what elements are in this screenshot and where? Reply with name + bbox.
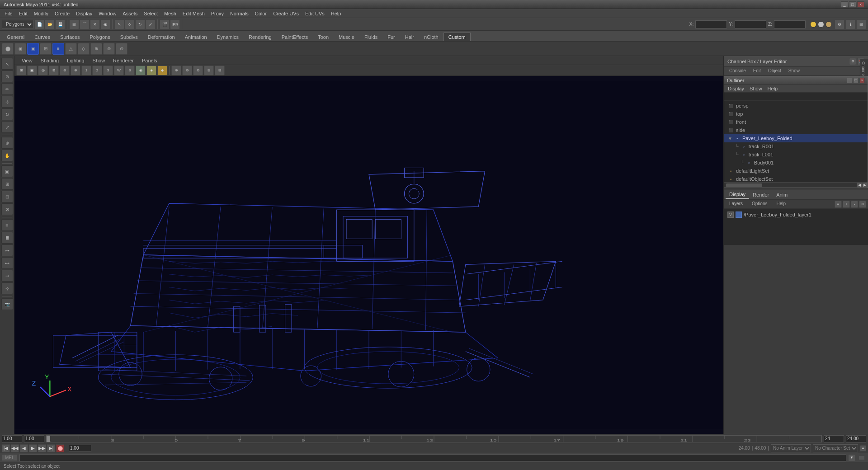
outliner-item-persp[interactable]: ⬛ persp — [724, 102, 868, 110]
cb-render-tab[interactable]: Render — [749, 191, 773, 198]
menu-proxy[interactable]: Proxy — [208, 10, 226, 17]
shelf-icon-8[interactable]: ⊕ — [90, 43, 102, 55]
cb-tab-object[interactable]: Object — [764, 67, 785, 75]
shelf-icon-4[interactable]: ⊞ — [40, 43, 52, 55]
outliner-item-lightset[interactable]: ▪ defaultLightSet — [724, 167, 868, 175]
shelf-icon-7[interactable]: ◇ — [78, 43, 90, 55]
shelf-tab-curves[interactable]: Curves — [29, 33, 55, 41]
play-fwd-btn[interactable]: ▶ — [29, 444, 37, 452]
rotate-tool-btn[interactable]: ↻ — [1, 108, 13, 120]
cb-tab-edit[interactable]: Edit — [750, 67, 764, 75]
3d-viewport[interactable]: X Y Z — [14, 76, 723, 434]
shelf-icon-9[interactable]: ⊗ — [103, 43, 115, 55]
vp-menu-renderer[interactable]: Renderer — [109, 57, 137, 64]
scroll-right[interactable]: ▶ — [862, 183, 868, 188]
layer-tool-1[interactable]: ≡ — [835, 201, 842, 208]
outliner-menu-display[interactable]: Display — [726, 85, 746, 92]
window-controls[interactable]: _ □ × — [841, 1, 864, 8]
shelf-tab-subdivs[interactable]: Subdivs — [115, 33, 143, 41]
outliner-scrollbar[interactable]: ◀ ▶ — [724, 182, 868, 188]
vt-btn-4[interactable]: ⊠ — [49, 66, 59, 75]
minimize-button[interactable]: _ — [841, 1, 848, 8]
outliner-item-track-r[interactable]: └ ○ track_R001 — [724, 142, 868, 150]
shelf-tab-muscle[interactable]: Muscle — [334, 33, 359, 41]
shelf-tab-surfaces[interactable]: Surfaces — [55, 33, 85, 41]
x-field[interactable] — [695, 20, 727, 28]
tool-btn-1[interactable]: ▣ — [1, 165, 13, 177]
mel-label[interactable]: MEL — [2, 454, 18, 461]
menu-select[interactable]: Select — [141, 10, 160, 17]
go-end-btn[interactable]: ▶| — [47, 444, 55, 452]
outliner-maximize[interactable]: □ — [853, 78, 859, 83]
vt-btn-1[interactable]: ⊞ — [16, 66, 26, 75]
outliner-close[interactable]: × — [859, 78, 865, 83]
shelf-icon-10[interactable]: ⊘ — [116, 43, 127, 55]
outliner-item-body[interactable]: └ ○ Body001 — [724, 159, 868, 167]
shelf-tab-polygons[interactable]: Polygons — [85, 33, 115, 41]
auto-key-btn[interactable]: ⬤ — [56, 444, 64, 452]
snap-grid[interactable]: ⊞ — [69, 19, 79, 29]
rotate-tool[interactable]: ↻ — [135, 19, 145, 29]
vt-btn-3[interactable]: ◎ — [38, 66, 48, 75]
layer-visibility-toggle[interactable]: V — [727, 212, 734, 218]
anim-start-frame[interactable] — [2, 435, 22, 442]
step-fwd-btn[interactable]: ▶▶ — [38, 444, 46, 452]
shelf-tab-hair[interactable]: Hair — [400, 33, 419, 41]
shelf-tab-animation[interactable]: Animation — [180, 33, 212, 41]
new-button[interactable]: 📄 — [34, 19, 44, 29]
settings-button[interactable]: ⚙ — [835, 19, 844, 29]
cb-tab-console[interactable]: Console — [726, 67, 750, 75]
timeline-ruler[interactable]: 1 3 5 7 9 11 13 15 17 19 21 23 — [46, 435, 822, 442]
menu-edit-uvs[interactable]: Edit UVs — [302, 10, 327, 17]
vt-snap-1[interactable]: ⊛ — [171, 66, 181, 75]
vt-btn-2[interactable]: ▣ — [27, 66, 37, 75]
outliner-minimize[interactable]: _ — [847, 78, 852, 83]
go-start-btn[interactable]: |◀ — [2, 444, 10, 452]
tool-btn-2[interactable]: ⊞ — [1, 178, 13, 190]
color-yellow[interactable] — [810, 21, 816, 28]
shelf-icon-3[interactable]: ▣ — [27, 43, 39, 55]
color-white[interactable] — [818, 21, 824, 28]
menu-edit-mesh[interactable]: Edit Mesh — [180, 10, 208, 17]
menu-mesh[interactable]: Mesh — [161, 10, 179, 17]
close-button[interactable]: × — [857, 1, 864, 8]
open-button[interactable]: 📂 — [45, 19, 55, 29]
vt-light-btn-1[interactable]: ◉ — [136, 66, 146, 75]
outliner-item-track-l[interactable]: └ ○ track_L001 — [724, 150, 868, 159]
camera-btn[interactable]: 📷 — [1, 298, 13, 310]
vt-shaded[interactable]: S — [125, 66, 135, 75]
outliner-menu-show[interactable]: Show — [748, 85, 764, 92]
info-button[interactable]: ℹ — [845, 19, 855, 29]
tool-btn-8[interactable]: ⊷ — [1, 257, 13, 269]
snap-point[interactable]: ✕ — [90, 19, 100, 29]
tool-btn-10[interactable]: ⊹ — [1, 282, 13, 294]
shelf-tab-toon[interactable]: Toon — [313, 33, 334, 41]
vt-smooth-2[interactable]: 2 — [92, 66, 102, 75]
shelf-icon-6[interactable]: △ — [65, 43, 77, 55]
mel-history-btn[interactable]: ▼ — [848, 454, 855, 461]
playhead[interactable] — [47, 436, 50, 442]
cb-sub-layers[interactable]: Layers — [726, 200, 746, 208]
vt-snap-2[interactable]: ⊜ — [182, 66, 192, 75]
anim-current-frame[interactable] — [24, 435, 44, 442]
shelf-icon-5[interactable]: ≡ — [52, 43, 64, 55]
outliner-item-paver[interactable]: ▼ ▪ Paver_Leeboy_Folded — [724, 134, 868, 142]
y-field[interactable] — [735, 20, 766, 28]
move-tool-btn[interactable]: ⊹ — [1, 96, 13, 108]
lasso-tool-btn[interactable]: ⊙ — [1, 70, 13, 82]
render-button[interactable]: 🎬 — [160, 19, 170, 29]
vt-light-btn-2[interactable]: ◈ — [146, 66, 156, 75]
menu-modify[interactable]: Modify — [31, 10, 51, 17]
menu-create-uvs[interactable]: Create UVs — [270, 10, 302, 17]
outliner-item-top[interactable]: ⬛ top — [724, 110, 868, 118]
shelf-tab-ncloth[interactable]: nCloth — [419, 33, 443, 41]
color-gold[interactable] — [826, 21, 832, 28]
menu-assets[interactable]: Assets — [120, 10, 140, 17]
shelf-tab-fluids[interactable]: Fluids — [359, 33, 382, 41]
snap-curve[interactable]: ⌒ — [80, 19, 90, 29]
maximize-button[interactable]: □ — [849, 1, 856, 8]
vp-menu-shading[interactable]: Shading — [37, 57, 62, 64]
shelf-tab-dynamics[interactable]: Dynamics — [212, 33, 244, 41]
vp-menu-lighting[interactable]: Lighting — [63, 57, 88, 64]
select-tool-btn[interactable]: ↖ — [1, 58, 13, 70]
